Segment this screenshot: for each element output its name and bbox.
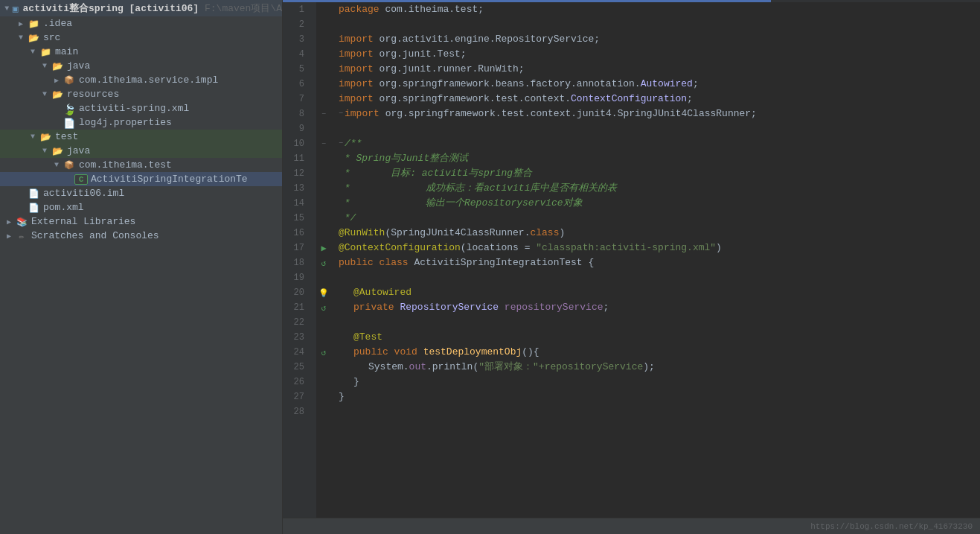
ln-27: 27 (283, 390, 310, 404)
code-line-11: * Spring与Junit整合测试 (331, 151, 980, 166)
code-line-2 (331, 17, 980, 32)
status-bar: https://blog.csdn.net/kp_41673230 (283, 518, 980, 534)
src-arrow (15, 34, 27, 42)
idea-item[interactable]: .idea (0, 16, 282, 31)
ln-18: 18 (283, 255, 310, 270)
ln-24: 24 (283, 345, 310, 360)
ln-8: 8 (283, 107, 310, 121)
ln-15: 15 (283, 211, 310, 226)
code-line-23: @Test (331, 330, 980, 345)
g17[interactable]: ▶ (316, 241, 331, 255)
editor-gutter: − − ▶ ↺ 💡 ↺ ↺ (316, 2, 331, 518)
g13 (316, 181, 331, 196)
java-main-icon (51, 61, 64, 71)
ln-3: 3 (283, 32, 310, 47)
test-label: test (55, 131, 78, 142)
ln-2: 2 (283, 17, 310, 32)
com-impl-icon (63, 75, 76, 86)
g2 (316, 17, 331, 32)
g28 (316, 404, 331, 419)
main-item[interactable]: main (0, 45, 282, 59)
idea-arrow (15, 19, 27, 28)
code-line-5: import org.junit.runner.RunWith; (331, 62, 980, 77)
iml-item[interactable]: 📄 activiti06.iml (0, 186, 282, 200)
idea-folder-icon (27, 19, 40, 29)
main-label: main (55, 46, 78, 57)
com-impl-label: com.itheima.service.impl (79, 74, 218, 86)
g20: 💡 (316, 285, 331, 300)
g4 (316, 47, 331, 62)
line-numbers: 1 2 3 4 5 6 7 8 9 10 11 12 13 14 15 16 1… (283, 2, 316, 518)
ln-7: 7 (283, 92, 310, 107)
external-item[interactable]: 📚 External Libraries (0, 214, 282, 229)
main-arrow (27, 48, 39, 56)
ln-26: 26 (283, 375, 310, 390)
g16 (316, 226, 331, 241)
scratches-item[interactable]: ✏ Scratches and Consoles (0, 229, 282, 243)
ln-28: 28 (283, 404, 310, 419)
pom-label: pom.xml (43, 202, 84, 213)
g6 (316, 77, 331, 92)
code-line-7: import org.springframework.test.context.… (331, 92, 980, 107)
resources-icon (51, 89, 64, 100)
code-line-12: * 目标: activiti与spring整合 (331, 166, 980, 181)
ln-16: 16 (283, 226, 310, 241)
project-tree[interactable]: activiti整合spring [activiti06] F:\maven项目… (0, 0, 283, 534)
ln-19: 19 (283, 270, 310, 285)
log4j-item[interactable]: 📄 log4j.properties (0, 115, 282, 130)
ln-23: 23 (283, 330, 310, 345)
g24: ↺ (316, 345, 331, 360)
resources-item[interactable]: resources (0, 87, 282, 101)
pom-icon: 📄 (27, 203, 40, 213)
java-main-item[interactable]: java (0, 59, 282, 73)
ln-20: 20 (283, 285, 310, 300)
code-line-8: −import org.springframework.test.context… (331, 107, 980, 121)
g23 (316, 330, 331, 345)
test-folder-icon (39, 132, 52, 142)
com-impl-arrow (51, 76, 63, 85)
g1 (316, 2, 331, 17)
src-label: src (43, 32, 60, 43)
g27 (316, 390, 331, 404)
code-line-15: */ (331, 211, 980, 226)
ln-25: 25 (283, 360, 310, 375)
code-line-21: private RepositoryService repositoryServ… (331, 300, 980, 315)
g3 (316, 32, 331, 47)
activiti-class-item[interactable]: C ActivitiSpringIntegrationTe (0, 172, 282, 186)
activiti-spring-item[interactable]: 🍃 activiti-spring.xml (0, 101, 282, 115)
resources-arrow (39, 90, 51, 98)
com-test-item[interactable]: com.itheima.test (0, 158, 282, 172)
ln-14: 14 (283, 196, 310, 211)
code-content[interactable]: package com.itheima.test; import org.act… (331, 2, 980, 518)
external-arrow (3, 217, 15, 226)
code-line-26: } (331, 375, 980, 390)
java-main-arrow (39, 62, 51, 70)
g7 (316, 92, 331, 107)
com-impl-item[interactable]: com.itheima.service.impl (0, 73, 282, 87)
code-line-20: @Autowired (331, 285, 980, 300)
pom-item[interactable]: 📄 pom.xml (0, 200, 282, 214)
g18: ↺ (316, 255, 331, 270)
class-icon: C (74, 174, 88, 185)
module-icon (11, 3, 20, 13)
ln-13: 13 (283, 181, 310, 196)
src-item[interactable]: src (0, 31, 282, 45)
code-line-22 (331, 315, 980, 330)
g9 (316, 121, 331, 136)
ln-9: 9 (283, 121, 310, 136)
code-line-25: System.out.println("部署对象："+repositorySer… (331, 360, 980, 375)
src-folder-icon (27, 33, 40, 43)
java-test-label: java (67, 145, 90, 156)
ln-17: 17 (283, 241, 310, 255)
code-editor: 1 2 3 4 5 6 7 8 9 10 11 12 13 14 15 16 1… (283, 0, 980, 534)
scratches-icon: ✏ (15, 231, 28, 241)
editor-content[interactable]: 1 2 3 4 5 6 7 8 9 10 11 12 13 14 15 16 1… (283, 2, 980, 518)
root-arrow (3, 4, 11, 13)
root-item[interactable]: activiti整合spring [activiti06] F:\maven项目… (0, 0, 282, 16)
java-test-item[interactable]: java (0, 144, 282, 158)
g12 (316, 166, 331, 181)
log4j-icon: 📄 (63, 118, 76, 128)
test-item[interactable]: test (0, 130, 282, 144)
ln-5: 5 (283, 62, 310, 77)
code-line-14: * 输出一个Repositoryservice对象 (331, 196, 980, 211)
